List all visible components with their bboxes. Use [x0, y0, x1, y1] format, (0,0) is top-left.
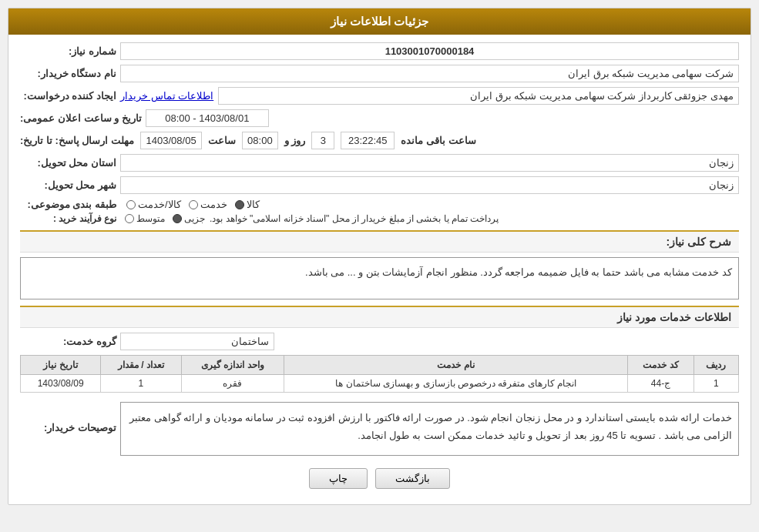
contact-link[interactable]: اطلاعات تماس خریدار: [120, 90, 213, 102]
days-value: 3: [311, 132, 334, 149]
description-section-title: شرح کلی نیاز:: [20, 230, 739, 253]
category-khidmat[interactable]: خدمت: [189, 199, 227, 210]
col-service-name: نام خدمت: [284, 356, 628, 375]
city-value: زنجان: [120, 176, 739, 194]
radio-kala-khidmat-icon: [126, 200, 136, 209]
service-group-value: ساختمان: [120, 333, 274, 350]
announce-value: 1403/08/01 - 08:00: [146, 109, 269, 127]
purchase-partial[interactable]: جزیی: [173, 213, 205, 224]
services-table: ردیف کد خدمت نام خدمت واحد اندازه گیری ت…: [20, 355, 739, 393]
print-button[interactable]: چاپ: [309, 468, 368, 489]
purchase-medium-label: متوسط: [136, 213, 165, 224]
category-radio-group: کالا/خدمت خدمت کالا: [126, 199, 260, 210]
radio-partial-icon: [173, 214, 182, 223]
reply-time-value: 08:00: [242, 132, 278, 149]
table-row: 1ج-44انجام کارهای متفرقه درخصوص بازسازی …: [21, 375, 739, 393]
category-kala-khidmat-label: کالا/خدمت: [138, 199, 181, 210]
reply-time-label: ساعت: [208, 135, 236, 146]
city-label: شهر محل تحویل:: [20, 179, 120, 191]
radio-khidmat-icon: [189, 200, 198, 209]
bottom-buttons: بازگشت چاپ: [20, 460, 739, 497]
purchase-medium[interactable]: متوسط: [125, 213, 165, 224]
category-kala-khidmat[interactable]: کالا/خدمت: [126, 199, 181, 210]
page-container: جزئیات اطلاعات نیاز شماره نیاز: 11030010…: [0, 0, 759, 532]
buyer-notes-text: خدمات ارائه شده بایستی استاندارد و در مح…: [120, 402, 739, 456]
buyer-org-label: نام دستگاه خریدار:: [20, 68, 120, 79]
reply-deadline-label: مهلت ارسال پاسخ: تا تاریخ:: [20, 135, 134, 146]
purchase-row: نوع فرآیند خرید : متوسط جزیی پرداخت تمام…: [20, 213, 739, 224]
purchase-options: متوسط جزیی: [125, 213, 205, 224]
buyer-notes-row: توصیحات خریدار: خدمات ارائه شده بایستی ا…: [20, 399, 739, 456]
category-row: طبقه بندی موضوعی: کالا/خدمت خدمت کالا: [20, 199, 739, 210]
need-number-label: شماره نیاز:: [20, 45, 120, 57]
col-unit: واحد اندازه گیری: [181, 356, 284, 375]
reply-date-value: 1403/08/05: [140, 132, 202, 149]
category-kala-label: کالا: [247, 199, 260, 210]
category-kala[interactable]: کالا: [235, 199, 260, 210]
buyer-notes-label: توصیحات خریدار:: [20, 422, 120, 433]
province-row: استان محل تحویل: زنجان: [20, 154, 739, 172]
description-text: کد خدمت مشابه می باشد حتما به فایل ضمیمه…: [20, 257, 739, 299]
radio-kala-icon: [235, 200, 244, 209]
col-date: تاریخ نیاز: [21, 356, 101, 375]
need-number-value: 1103001070000184: [120, 42, 739, 60]
main-box: جزئیات اطلاعات نیاز شماره نیاز: 11030010…: [8, 8, 751, 505]
service-group-row: گروه خدمت: ساختمان: [20, 333, 739, 350]
radio-medium-icon: [125, 214, 134, 223]
purchase-label: نوع فرآیند خرید :: [20, 213, 120, 224]
col-service-code: کد خدمت: [628, 356, 694, 375]
purchase-partial-label: جزیی: [184, 213, 205, 224]
col-quantity: تعداد / مقدار: [101, 356, 181, 375]
reply-deadline-row: مهلت ارسال پاسخ: تا تاریخ: 1403/08/05 سا…: [20, 132, 739, 149]
province-label: استان محل تحویل:: [20, 157, 120, 169]
creator-row: ایجاد کننده درخواست: اطلاعات تماس خریدار…: [20, 87, 739, 105]
buyer-org-row: نام دستگاه خریدار: شرکت سهامی مدیریت شبک…: [20, 65, 739, 82]
page-title: جزئیات اطلاعات نیاز: [8, 8, 751, 35]
creator-value: مهدی جزوئقی کاربرداز شرکت سهامی مدیریت ش…: [218, 87, 739, 105]
back-button[interactable]: بازگشت: [375, 468, 450, 489]
services-section-title: اطلاعات خدمات مورد نیاز: [20, 306, 739, 328]
category-khidmat-label: خدمت: [200, 199, 227, 210]
purchase-note: پرداخت تمام یا بخشی از مبلغ خریدار از مح…: [210, 213, 499, 224]
remaining-label: ساعت باقی مانده: [401, 135, 475, 146]
col-row-num: ردیف: [694, 356, 738, 375]
buyer-org-value: شرکت سهامی مدیریت شبکه برق ایران: [120, 65, 739, 82]
announce-row: تاریخ و ساعت اعلان عمومی: 1403/08/01 - 0…: [20, 109, 739, 127]
city-row: شهر محل تحویل: زنجان: [20, 176, 739, 194]
days-label: روز و: [284, 135, 306, 146]
creator-label: ایجاد کننده درخواست:: [20, 90, 120, 102]
province-value: زنجان: [120, 154, 739, 172]
category-label: طبقه بندی موضوعی:: [20, 199, 120, 210]
content-area: شماره نیاز: 1103001070000184 نام دستگاه …: [8, 35, 751, 504]
remaining-value: 23:22:45: [341, 132, 395, 149]
service-group-label: گروه خدمت:: [20, 336, 120, 347]
announce-label: تاریخ و ساعت اعلان عمومی:: [20, 112, 146, 124]
need-number-row: شماره نیاز: 1103001070000184: [20, 42, 739, 60]
creator-inline: اطلاعات تماس خریدار مهدی جزوئقی کاربرداز…: [120, 87, 739, 105]
